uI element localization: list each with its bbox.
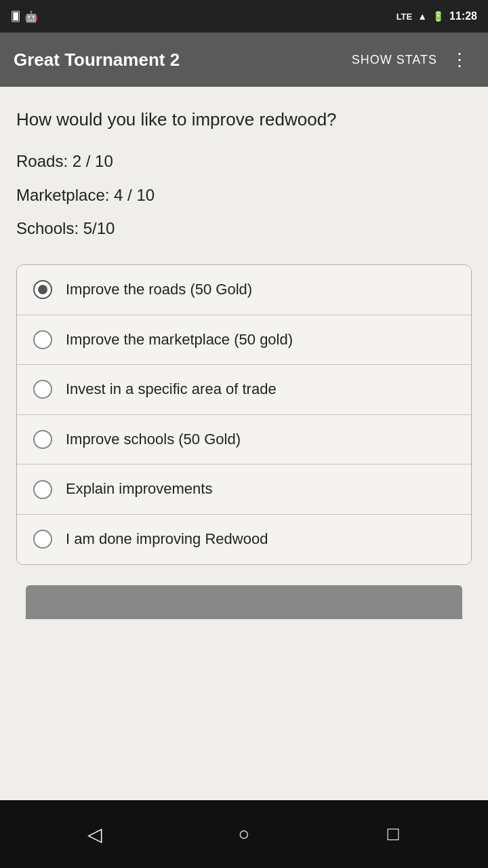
- stat-roads: Roads: 2 / 10: [16, 151, 472, 172]
- option-row-1[interactable]: Improve the roads (50 Gold): [17, 265, 471, 315]
- app-bar: Great Tournament 2 SHOW STATS ⋮: [0, 33, 488, 87]
- option-row-5[interactable]: Explain improvements: [17, 465, 471, 515]
- status-time: 11:28: [449, 10, 477, 22]
- option-label-2: Improve the marketplace (50 gold): [66, 330, 293, 350]
- option-row-3[interactable]: Invest in a specific area of trade: [17, 365, 471, 415]
- option-label-5: Explain improvements: [66, 479, 212, 499]
- radio-button-2[interactable]: [33, 330, 52, 349]
- more-vert-icon[interactable]: ⋮: [445, 50, 474, 71]
- android-icon: 🤖: [24, 10, 38, 23]
- battery-icon: 🔋: [432, 11, 444, 22]
- show-stats-button[interactable]: SHOW STATS: [352, 53, 437, 67]
- radio-inner-1: [38, 285, 47, 294]
- status-bar: 🂠 🤖 LTE ▲ 🔋 11:28: [0, 0, 488, 33]
- option-label-4: Improve schools (50 Gold): [66, 430, 241, 450]
- recents-button[interactable]: □: [373, 814, 413, 854]
- back-button[interactable]: ◁: [75, 814, 115, 854]
- lte-indicator: LTE: [396, 12, 413, 22]
- option-label-1: Improve the roads (50 Gold): [66, 280, 252, 300]
- option-row-2[interactable]: Improve the marketplace (50 gold): [17, 315, 471, 366]
- option-label-6: I am done improving Redwood: [66, 530, 268, 549]
- sim-icon: 🂠: [11, 11, 20, 22]
- radio-button-4[interactable]: [33, 430, 52, 449]
- stat-marketplace: Marketplace: 4 / 10: [16, 184, 472, 205]
- question-text: How would you like to improve redwood?: [16, 107, 472, 132]
- option-row-6[interactable]: I am done improving Redwood: [17, 515, 471, 564]
- app-title: Great Tournament 2: [14, 50, 344, 71]
- options-card: Improve the roads (50 Gold) Improve the …: [16, 264, 472, 565]
- radio-button-1[interactable]: [33, 280, 52, 299]
- radio-button-6[interactable]: [33, 530, 52, 549]
- option-row-4[interactable]: Improve schools (50 Gold): [17, 415, 471, 465]
- radio-button-3[interactable]: [33, 380, 52, 399]
- radio-button-5[interactable]: [33, 480, 52, 499]
- nav-bar: ◁ ○ □: [0, 800, 488, 868]
- main-content: How would you like to improve redwood? R…: [0, 87, 488, 800]
- signal-icon: ▲: [418, 11, 427, 22]
- home-button[interactable]: ○: [224, 814, 264, 854]
- bottom-action-bar: [26, 585, 462, 619]
- option-label-3: Invest in a specific area of trade: [66, 380, 277, 399]
- stat-schools: Schools: 5/10: [16, 218, 472, 239]
